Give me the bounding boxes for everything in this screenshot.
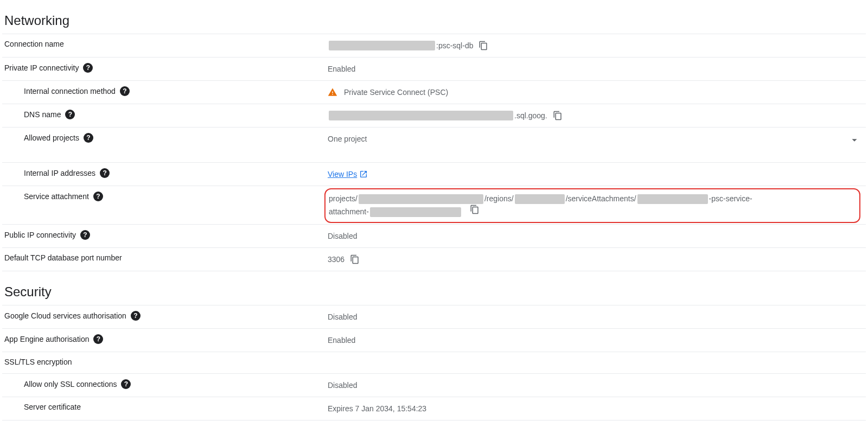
redacted-sa-project	[359, 194, 483, 204]
sa-line2-prefix: attachment-	[329, 207, 369, 216]
label-text: Service attachment	[24, 192, 89, 201]
copy-icon[interactable]	[350, 254, 360, 264]
security-heading: Security	[2, 284, 866, 300]
help-icon[interactable]: ?	[120, 86, 130, 96]
help-icon[interactable]: ?	[100, 168, 110, 178]
highlight-box: projects//regions//serviceAttachments/-p…	[324, 188, 860, 223]
label-text: Google Cloud services authorisation	[4, 311, 126, 320]
value-app-engine: Enabled	[328, 334, 864, 346]
label-public-ip: Public IP connectivity ?	[4, 230, 328, 240]
value-connection-name: :psc-sql-db	[328, 40, 864, 52]
redacted-sa-id	[637, 194, 708, 204]
row-default-port: Default TCP database port number 3306	[2, 247, 866, 271]
sa-mid1: /regions/	[484, 194, 514, 203]
row-service-attachment: Service attachment ? projects//regions//…	[2, 186, 866, 224]
view-ips-link[interactable]: View IPs	[328, 168, 368, 180]
sa-suffix1: -psc-service-	[709, 194, 752, 203]
value-internal-method: Private Service Connect (PSC)	[328, 86, 864, 98]
label-text: SSL/TLS encryption	[4, 358, 72, 366]
value-public-ip: Disabled	[328, 230, 864, 242]
row-dns-name: DNS name ? .sql.goog.	[2, 104, 866, 127]
value-private-ip: Enabled	[328, 63, 864, 75]
label-server-cert: Server certificate	[4, 403, 328, 411]
label-connection-name: Connection name	[4, 40, 328, 48]
help-icon[interactable]: ?	[83, 63, 93, 73]
label-ssl-tls: SSL/TLS encryption	[4, 358, 328, 366]
help-icon[interactable]: ?	[80, 230, 90, 240]
sa-prefix: projects/	[329, 194, 358, 203]
label-internal-method: Internal connection method ?	[4, 86, 328, 96]
value-text: Expires 7 Jan 2034, 15:54:23	[328, 403, 426, 415]
value-text: 3306	[328, 253, 344, 265]
value-text: One project	[328, 133, 367, 145]
external-link-icon	[359, 170, 368, 179]
label-text: Internal connection method	[24, 87, 116, 95]
label-dns-name: DNS name ?	[4, 110, 328, 119]
help-icon[interactable]: ?	[84, 133, 93, 143]
row-connection-name: Connection name :psc-sql-db	[2, 34, 866, 57]
row-public-ip: Public IP connectivity ? Disabled	[2, 224, 866, 247]
networking-heading: Networking	[2, 13, 866, 28]
help-icon[interactable]: ?	[131, 311, 141, 321]
row-app-engine: App Engine authorisation ? Enabled	[2, 328, 866, 352]
label-allow-ssl: Allow only SSL connections ?	[4, 379, 328, 389]
redacted-sa-uuid	[370, 207, 461, 217]
label-text: Internal IP addresses	[24, 169, 95, 177]
value-allow-ssl: Disabled	[328, 379, 864, 391]
chevron-down-icon[interactable]	[848, 134, 860, 149]
warning-icon	[328, 87, 337, 97]
value-text: Disabled	[328, 230, 357, 242]
value-text: Enabled	[328, 334, 355, 346]
help-icon[interactable]: ?	[121, 379, 131, 389]
value-server-cert: Expires 7 Jan 2034, 15:54:23	[328, 403, 864, 415]
copy-icon[interactable]	[470, 205, 480, 214]
row-private-ip: Private IP connectivity ? Enabled	[2, 57, 866, 80]
label-private-ip: Private IP connectivity ?	[4, 63, 328, 73]
value-text: Private Service Connect (PSC)	[344, 86, 448, 98]
label-text: Connection name	[4, 40, 64, 48]
value-service-attachment: projects//regions//serviceAttachments/-p…	[328, 192, 864, 219]
help-icon[interactable]: ?	[65, 110, 75, 119]
help-icon[interactable]: ?	[93, 334, 103, 344]
value-internal-ips: View IPs	[328, 168, 864, 180]
label-text: Public IP connectivity	[4, 231, 76, 239]
dns-suffix: .sql.goog.	[514, 110, 547, 122]
label-text: DNS name	[24, 110, 61, 119]
redacted-project	[329, 41, 435, 50]
label-app-engine: App Engine authorisation ?	[4, 334, 328, 344]
label-text: App Engine authorisation	[4, 335, 89, 343]
label-text: Allowed projects	[24, 133, 79, 142]
value-default-port: 3306	[328, 253, 864, 265]
label-default-port: Default TCP database port number	[4, 253, 328, 262]
row-ssl-tls: SSL/TLS encryption	[2, 352, 866, 373]
row-allowed-projects: Allowed projects ? One project	[2, 127, 866, 162]
row-gcs-auth: Google Cloud services authorisation ? Di…	[2, 305, 866, 328]
label-text: Server certificate	[24, 403, 81, 411]
value-text: Enabled	[328, 63, 355, 75]
redacted-sa-region	[515, 194, 565, 204]
redacted-dns	[329, 111, 513, 120]
value-gcs-auth: Disabled	[328, 311, 864, 323]
label-gcs-auth: Google Cloud services authorisation ?	[4, 311, 328, 321]
value-allowed-projects: One project	[328, 133, 864, 145]
value-text: Disabled	[328, 311, 357, 323]
connection-name-suffix: :psc-sql-db	[436, 40, 473, 52]
help-icon[interactable]: ?	[93, 192, 103, 201]
security-section: Google Cloud services authorisation ? Di…	[2, 305, 866, 420]
label-internal-ips: Internal IP addresses ?	[4, 168, 328, 178]
copy-icon[interactable]	[478, 41, 488, 50]
copy-icon[interactable]	[553, 111, 563, 120]
value-dns-name: .sql.goog.	[328, 110, 864, 122]
label-allowed-projects: Allowed projects ?	[4, 133, 328, 143]
row-internal-ips: Internal IP addresses ? View IPs	[2, 162, 866, 186]
sa-mid2: /serviceAttachments/	[566, 194, 636, 203]
label-service-attachment: Service attachment ?	[4, 192, 328, 201]
value-text: Disabled	[328, 379, 357, 391]
row-internal-method: Internal connection method ? Private Ser…	[2, 80, 866, 104]
row-allow-ssl: Allow only SSL connections ? Disabled	[2, 373, 866, 397]
label-text: Default TCP database port number	[4, 253, 122, 262]
link-text: View IPs	[328, 168, 357, 180]
label-text: Allow only SSL connections	[24, 380, 117, 388]
label-text: Private IP connectivity	[4, 63, 79, 72]
row-server-cert: Server certificate Expires 7 Jan 2034, 1…	[2, 397, 866, 420]
